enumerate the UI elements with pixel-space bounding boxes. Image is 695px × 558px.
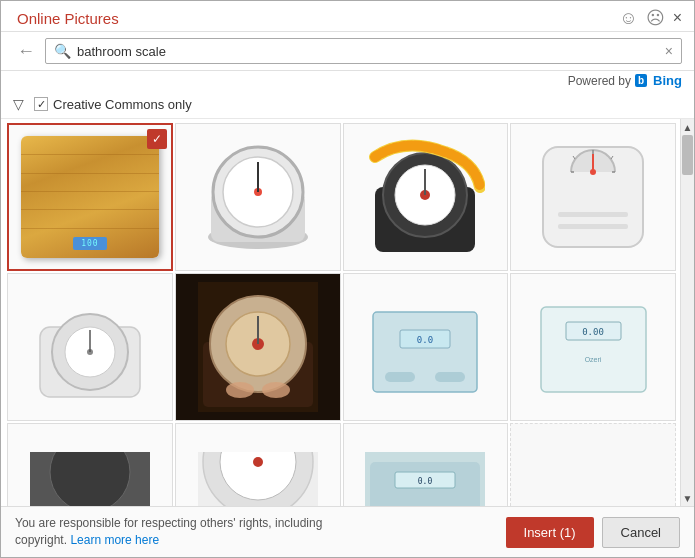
image-item-3[interactable] (343, 123, 509, 271)
image-grid-container: 100 ✓ (1, 119, 694, 506)
footer: You are responsible for respecting other… (1, 506, 694, 557)
selected-checkmark-1: ✓ (147, 129, 167, 149)
disclaimer-text: You are responsible for respecting other… (15, 515, 375, 549)
online-pictures-dialog: Online Pictures ☺ ☹ × ← 🔍 × Powered by b… (0, 0, 695, 558)
smile-icon[interactable]: ☺ (619, 9, 637, 27)
powered-by-label: Powered by (568, 74, 631, 88)
cancel-button[interactable]: Cancel (602, 517, 680, 548)
image-item-5[interactable] (7, 273, 173, 421)
scroll-down-button[interactable]: ▼ (681, 490, 694, 506)
image-item-6[interactable] (175, 273, 341, 421)
dialog-title: Online Pictures (17, 10, 119, 27)
svg-text:0.00: 0.00 (582, 327, 604, 337)
powered-by-bar: Powered by b Bing (1, 71, 694, 92)
scroll-up-button[interactable]: ▲ (681, 119, 694, 135)
svg-point-46 (50, 452, 130, 506)
footer-buttons: Insert (1) Cancel (506, 517, 680, 548)
svg-point-50 (253, 457, 263, 467)
cc-checkbox[interactable]: ✓ (34, 97, 48, 111)
svg-text:Ozeri: Ozeri (584, 356, 601, 363)
search-bar: ← 🔍 × (1, 32, 694, 71)
image-item-10[interactable] (175, 423, 341, 506)
scroll-track[interactable] (681, 135, 694, 490)
insert-button[interactable]: Insert (1) (506, 517, 594, 548)
image-grid: 100 ✓ (1, 119, 680, 506)
image-item-7[interactable]: 0.0 (343, 273, 509, 421)
title-icon-group: ☺ ☹ × (619, 9, 682, 27)
svg-text:0.0: 0.0 (418, 477, 433, 486)
frown-icon[interactable]: ☹ (646, 9, 665, 27)
clear-search-button[interactable]: × (665, 43, 673, 59)
search-icon: 🔍 (54, 43, 71, 59)
svg-point-33 (262, 382, 290, 398)
image-item-8[interactable]: 0.00 Ozeri (510, 273, 676, 421)
svg-text:0.0: 0.0 (417, 335, 433, 345)
title-bar: Online Pictures ☺ ☹ × (1, 1, 694, 32)
svg-rect-38 (385, 372, 415, 382)
svg-rect-40 (541, 307, 646, 392)
cc-label-text: Creative Commons only (53, 97, 192, 112)
svg-rect-19 (558, 212, 628, 217)
back-button[interactable]: ← (13, 41, 39, 62)
filter-bar: ▽ ✓ Creative Commons only (1, 92, 694, 119)
svg-point-32 (226, 382, 254, 398)
learn-more-link[interactable]: Learn more here (70, 533, 159, 547)
bing-label: Bing (653, 73, 682, 88)
svg-point-18 (590, 169, 596, 175)
search-input-wrapper: 🔍 × (45, 38, 682, 64)
image-item-2[interactable] (175, 123, 341, 271)
scrollbar[interactable]: ▲ ▼ (680, 119, 694, 506)
filter-icon[interactable]: ▽ (13, 96, 24, 112)
close-button[interactable]: × (673, 9, 682, 27)
bing-logo-icon: b (635, 74, 647, 87)
scroll-thumb[interactable] (682, 135, 693, 175)
svg-rect-39 (435, 372, 465, 382)
image-item-11[interactable]: 0.0 (343, 423, 509, 506)
image-item-9[interactable] (7, 423, 173, 506)
svg-rect-20 (558, 224, 628, 229)
creative-commons-filter[interactable]: ✓ Creative Commons only (34, 97, 192, 112)
disclaimer-main: You are responsible for respecting other… (15, 516, 322, 547)
image-item-1[interactable]: 100 ✓ (7, 123, 173, 271)
image-item-4[interactable] (510, 123, 676, 271)
image-item-placeholder (510, 423, 676, 506)
search-input[interactable] (77, 44, 659, 59)
